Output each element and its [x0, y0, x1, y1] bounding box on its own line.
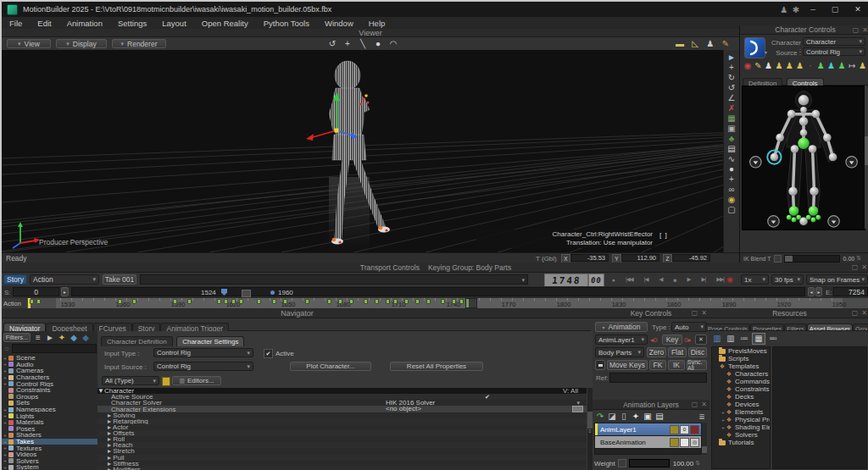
record-dot-icon[interactable]: ●	[612, 277, 615, 283]
expand-icon[interactable]: +	[2, 420, 8, 425]
fk-button[interactable]: FK	[649, 360, 666, 370]
scene-tree-item-control-rigs[interactable]: +Control Rigs	[2, 380, 97, 387]
close-icon[interactable]: ✕	[701, 401, 707, 408]
keyframe-marker[interactable]	[36, 299, 41, 304]
weight-slider[interactable]	[629, 459, 670, 467]
expand-icon[interactable]: +	[2, 381, 8, 386]
close-icon[interactable]: ✕	[861, 309, 867, 317]
skeleton-icon[interactable]: ♟	[858, 60, 868, 70]
actor-white-icon[interactable]: ♟	[764, 60, 774, 70]
next-key-icon[interactable]: ▶|	[702, 276, 706, 283]
record-icon[interactable]: ◉	[726, 275, 733, 284]
active-checkbox[interactable]: ✔	[264, 349, 273, 358]
keyframe-marker[interactable]	[364, 299, 368, 304]
scene-tree-item-lights[interactable]: +Lights	[2, 412, 97, 419]
keyframe-marker[interactable]	[217, 299, 221, 304]
playhead[interactable]	[465, 298, 477, 308]
tab-asset-browser[interactable]: Asset Browser	[807, 323, 853, 331]
scale-line-icon[interactable]: ╲	[357, 39, 369, 49]
layers-scrollbar[interactable]	[702, 423, 707, 455]
pin-icon[interactable]: ▢	[853, 26, 860, 34]
keyframe-marker[interactable]	[224, 299, 228, 304]
scene-tree-item-scene[interactable]: +Scene	[2, 355, 97, 362]
link-icon[interactable]: ∞	[726, 184, 737, 194]
image-icon[interactable]: ▣	[726, 123, 737, 133]
keyframe-marker[interactable]	[257, 299, 261, 304]
axis-y-value[interactable]: 112.90	[621, 254, 659, 262]
property-row-retargeting[interactable]: ▸ Retargeting	[97, 418, 587, 424]
keying-group-select[interactable]: Body Parts▾	[595, 347, 644, 357]
axis-icon[interactable]: +	[726, 174, 737, 184]
take-button[interactable]: Take 001	[103, 274, 136, 285]
take-strip[interactable]: ▾	[140, 274, 528, 285]
pen-yellow-icon[interactable]: ✎	[753, 60, 763, 70]
asset-tree-item-physical-properties[interactable]: +❖Physical Properties	[712, 416, 770, 423]
scene-tree-item-solvers[interactable]: +Solvers	[2, 458, 97, 465]
asset-tree-item-tutorials[interactable]: Tutorials	[712, 439, 770, 446]
rig-green-icon[interactable]: ♟	[815, 60, 826, 70]
orbit-tool-icon[interactable]: ↺	[326, 39, 338, 49]
list-detail-icon[interactable]: ≕	[767, 334, 779, 344]
input-type-select[interactable]: Control Rig▾	[153, 348, 253, 357]
key-toggle[interactable]	[595, 360, 605, 370]
pan-tool-icon[interactable]: +	[342, 39, 353, 49]
range-handle[interactable]	[242, 290, 251, 297]
expand-icon[interactable]: +	[2, 458, 8, 463]
input-source-select[interactable]: Control Rig▾	[153, 362, 253, 371]
pin-icon[interactable]: ▢	[852, 263, 859, 271]
expand-icon[interactable]: +	[2, 465, 8, 470]
rotate-icon[interactable]: ↻	[726, 72, 737, 82]
arc-tool-icon[interactable]: ◠	[387, 39, 399, 49]
light-icon[interactable]: ◉	[726, 194, 737, 204]
sphere-icon[interactable]: ●	[726, 163, 737, 174]
asset-tree-item-prevismoves[interactable]: PrevisMoves	[712, 347, 770, 355]
renderer-menu-button[interactable]: ▾Renderer	[112, 39, 166, 48]
tab-filters[interactable]: Filters	[784, 323, 806, 331]
expand-icon[interactable]: +	[2, 356, 8, 361]
start-spinner[interactable]: ▸	[61, 287, 69, 296]
asset-tree-item-shading-elements[interactable]: +❖Shading Elements	[712, 423, 770, 431]
list-small-icon[interactable]: ≔	[738, 334, 750, 344]
new-layer-icon[interactable]: ↷	[594, 412, 606, 422]
list-large-icon[interactable]: ▦	[752, 333, 765, 345]
anim-layer-select[interactable]: AnimLayer1▾	[595, 335, 648, 345]
scene-tree-item-cameras[interactable]: +Cameras	[2, 368, 97, 374]
menu-open-reality[interactable]: Open Reality	[194, 19, 256, 28]
menu-file[interactable]: File	[2, 19, 30, 28]
asset-preview-pane[interactable]	[772, 346, 867, 469]
property-flag-icon[interactable]	[162, 377, 170, 386]
divider-icon[interactable]: ·	[805, 60, 815, 70]
property-row-reach[interactable]: ▸ Reach	[97, 442, 587, 448]
rig-green-icon[interactable]: ♟	[837, 60, 847, 70]
expand-icon[interactable]: +	[2, 368, 8, 373]
actor-yellow-icon[interactable]: ♟	[774, 60, 784, 70]
close-button[interactable]: ✕	[846, 5, 868, 14]
plot-character-button[interactable]: Plot Character...	[290, 362, 371, 371]
expand-icon[interactable]: +	[2, 407, 8, 412]
marker-red-icon[interactable]: ✗	[726, 102, 737, 113]
layers-menu-icon[interactable]: ≣	[696, 412, 708, 422]
ruler-icon[interactable]: ▬	[674, 39, 686, 49]
keyframe-marker[interactable]	[132, 299, 136, 304]
weight-value[interactable]: 100.00	[673, 460, 693, 467]
expand-icon[interactable]: +	[2, 413, 8, 418]
stop-icon[interactable]: ■	[674, 277, 676, 283]
keyframe-marker[interactable]	[338, 299, 342, 304]
keyframe-marker[interactable]	[375, 299, 379, 304]
asset-tree-item-decks[interactable]: ❖Decks	[712, 393, 770, 401]
prev-key-icon[interactable]: |◀	[644, 276, 648, 283]
scene-tree-item-namespaces[interactable]: +Namespaces	[2, 406, 97, 413]
pin-icon[interactable]: ▢	[692, 401, 698, 408]
ik-blend-value[interactable]: 0.00	[843, 256, 855, 262]
scene-tree-item-constraints[interactable]: Constraints	[2, 387, 97, 394]
expand-icon[interactable]: +	[2, 440, 8, 445]
property-row-offsets[interactable]: ▸ Offsets	[97, 430, 587, 436]
asset-tree-item-constraints[interactable]: ❖Constraints	[712, 385, 770, 393]
zero-button[interactable]: Zero	[647, 347, 666, 357]
end-frame-field[interactable]: 7254	[833, 287, 868, 296]
scene-tree-item-materials[interactable]: +Materials	[2, 419, 97, 426]
diamond-blue-icon[interactable]: ◆	[68, 332, 80, 342]
keyframe-marker[interactable]	[452, 299, 456, 304]
end-spinner-left[interactable]: ◂	[808, 287, 815, 296]
layer-lock-icon[interactable]: ◎	[690, 438, 699, 447]
